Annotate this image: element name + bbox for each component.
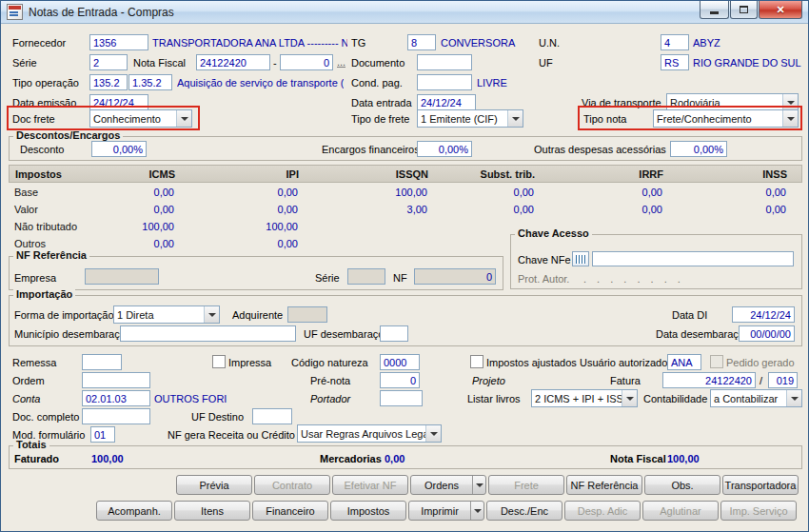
button-row-1: Prévia Contrato Efetivar NF Ordens Frete… [176,475,799,495]
data-di-field[interactable]: 24/12/24 [732,306,795,323]
outras-despesas-field[interactable]: 0,00% [670,141,727,157]
remessa-label: Remessa [12,357,56,368]
window-title: Notas de Entrada - Compras [29,6,174,19]
button-row-2: Acompanh. Itens Financeiro Impostos Impr… [96,501,797,521]
title-bar[interactable]: Notas de Entrada - Compras ✕ [1,1,808,24]
doc-frete-combo[interactable]: Conhecimento [89,109,192,128]
financeiro-button[interactable]: Financeiro [252,501,328,521]
impostos-ajustados-checkbox[interactable] [470,355,483,368]
nfe-key-icon-button[interactable] [572,251,589,266]
minimize-button[interactable] [700,1,729,19]
acompanh-button[interactable]: Acompanh. [96,501,172,521]
maximize-button[interactable] [730,1,758,19]
impostos-button[interactable]: Impostos [330,501,406,521]
tax-header-cell: ICMS [133,168,175,180]
ordens-button[interactable]: Ordens [410,475,486,495]
portador-field[interactable] [380,390,423,406]
chevron-down-icon[interactable] [782,110,798,127]
tipo-operacao-field-1[interactable]: 135.2 [89,74,128,90]
serie-field[interactable]: 2 [89,54,128,70]
mod-formulario-field[interactable]: 01 [90,426,115,443]
un-label: U.N. [539,37,560,49]
codigo-natureza-field[interactable]: 0000 [380,354,420,370]
tax-cell: 0,00 [132,204,174,215]
contrato-button: Contrato [254,475,330,495]
conta-field[interactable]: 02.01.03 [82,390,150,406]
doc-completo-field[interactable] [82,408,150,424]
fornecedor-field[interactable]: 1356 [89,34,148,50]
chevron-down-icon[interactable] [782,94,798,110]
data-desembaraco-field[interactable]: 00/00/00 [739,325,795,342]
projeto-label[interactable]: Projeto [472,375,505,386]
nf-referencia-button[interactable]: NF Referência [566,475,642,495]
chevron-down-icon[interactable] [176,110,191,127]
forma-importacao-combo[interactable]: 1 Direta [113,305,220,324]
un-field[interactable]: 4 [661,34,689,50]
mercadorias-value: 0,00 [385,453,404,464]
impressa-checkbox[interactable] [212,355,226,368]
obs-button[interactable]: Obs. [644,475,720,495]
nf-gera-combo[interactable]: Usar Regras Arquivos Legais [297,424,442,443]
nota-fiscal-serie-field[interactable]: 0 [280,54,333,70]
tipo-operacao-description: Aquisição de serviço de transporte ( [177,77,344,89]
remessa-field[interactable] [82,354,122,370]
close-button[interactable]: ✕ [759,1,802,19]
chave-nfe-field[interactable] [592,251,794,266]
uf-destino-field[interactable] [252,408,292,424]
pre-nota-field[interactable]: 0 [380,372,420,388]
nf-referencia-group-title: NF Referência [13,249,89,261]
tax-cell: 0,00 [662,187,786,198]
chevron-down-icon[interactable] [472,476,485,494]
chevron-down-icon[interactable] [786,390,801,406]
cond-pag-field[interactable] [417,74,472,90]
listar-livros-combo[interactable]: 2 ICMS + IPI + ISS [531,389,638,407]
nota-fiscal-field[interactable]: 24122420 [196,54,270,70]
fatura-label: Fatura [610,375,641,386]
desconto-field[interactable]: 0,00% [91,141,147,157]
tax-cell: 0,00 [174,238,298,249]
tipo-operacao-field-2[interactable]: 1.35.2 [128,74,172,90]
listar-livros-label: Listar livros [467,393,521,404]
chave-acesso-group-title: Chave Acesso [515,227,592,239]
data-emissao-field[interactable]: 24/12/24 [89,94,148,110]
adquirente-field [287,306,327,323]
portador-label[interactable]: Portador [310,393,350,404]
ordem-field[interactable] [82,372,150,388]
tipo-frete-combo[interactable]: 1 Emitente (CIF) [417,109,523,128]
chevron-down-icon[interactable] [507,110,523,127]
tax-cell: 3,00 [298,204,427,215]
usuario-autorizado-field[interactable]: ANA [667,354,701,370]
tipo-operacao-label: Tipo operação [12,77,79,89]
data-entrada-label: Data entrada [351,97,412,108]
imprimir-button[interactable]: Imprimir [408,501,484,521]
itens-button[interactable]: Itens [174,501,250,521]
tax-cell: 0,00 [132,187,174,198]
chevron-down-icon[interactable] [204,306,219,323]
chevron-down-icon[interactable] [622,390,637,406]
tipo-nota-label: Tipo nota [583,113,626,125]
desc-enc-button[interactable]: Desc./Enc [486,501,562,521]
fatura-field[interactable]: 24122420 [662,372,756,388]
uf-label: UF [539,57,553,69]
codigo-natureza-label: Código natureza [291,357,368,368]
conta-label[interactable]: Conta [12,393,40,404]
chevron-down-icon[interactable] [470,502,483,520]
documento-field[interactable] [417,54,472,70]
uf-desembaraco-field[interactable] [380,325,408,342]
data-entrada-field[interactable]: 24/12/24 [417,94,476,110]
transportadora-button[interactable]: Transportadora [722,475,799,495]
window-controls: ✕ [700,1,802,19]
tipo-nota-combo[interactable]: Frete/Conhecimento [653,109,799,128]
nota-fiscal-browse-button[interactable]: ... [337,58,345,68]
fatura-seq-field[interactable]: 019 [768,372,798,388]
municipio-desembaraco-field[interactable] [120,325,296,342]
contabilidade-combo[interactable]: a Contabilizar [710,389,802,407]
nf-ref-serie-field [347,268,385,285]
previa-button[interactable]: Prévia [176,475,252,495]
tg-field[interactable]: 8 [407,34,436,50]
chevron-down-icon[interactable] [425,425,441,442]
empresa-field [85,268,159,285]
tax-cell: 0,00 [534,187,662,198]
encargos-field[interactable]: 0,00% [417,141,472,157]
uf-field[interactable]: RS [661,54,689,70]
